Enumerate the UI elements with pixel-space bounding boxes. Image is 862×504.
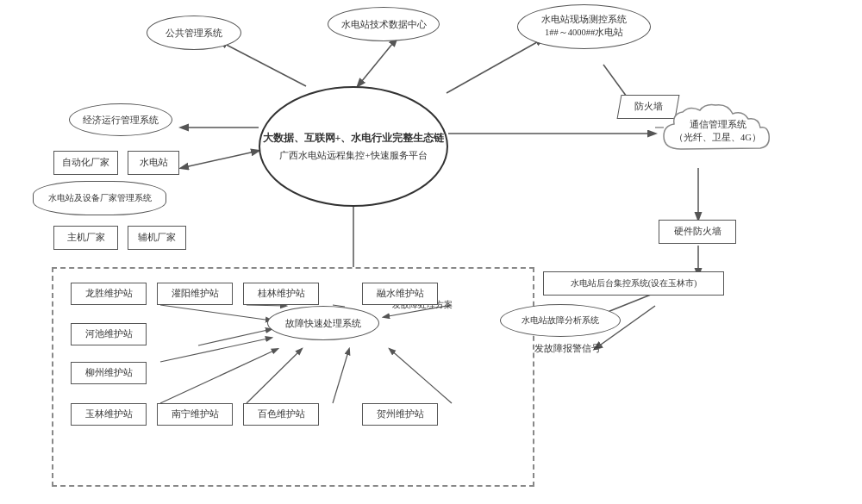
- hepan-node: 河池维护站: [71, 323, 147, 345]
- backend-ctrl-node: 水电站后台集控系统(设在玉林市): [543, 271, 724, 296]
- guilin-node: 桂林维护站: [243, 283, 319, 305]
- main-factory-node: 主机厂家: [53, 226, 118, 250]
- site-monitor-node: 水电站现场测控系统 1##～4000##水电站: [517, 4, 651, 49]
- hydro-station-node: 水电站: [128, 151, 179, 175]
- central-line1: 大数据、互联网+、水电行业完整生态链: [263, 131, 445, 146]
- comm-mgmt-node: 通信管理系统 （光纤、卫星、4G）: [655, 102, 780, 162]
- svg-line-4: [181, 151, 259, 168]
- central-ellipse: 大数据、互联网+、水电行业完整生态链 广西水电站远程集控+快速服务平台: [259, 86, 448, 207]
- public-mgmt-node: 公共管理系统: [147, 16, 241, 50]
- eco-mgmt-node: 经济运行管理系统: [69, 103, 172, 136]
- firewall-hard-node: 硬件防火墙: [659, 220, 736, 244]
- fault-alarm-label: 发故障报警信号: [534, 343, 601, 355]
- svg-line-1: [358, 39, 397, 86]
- svg-line-2: [447, 39, 543, 93]
- hezhou-node: 贺州维护站: [362, 403, 438, 426]
- liuzhou-node: 柳州维护站: [71, 362, 147, 384]
- baise-node: 百色维护站: [243, 403, 319, 426]
- lianyang-node: 灌阳维护站: [157, 283, 233, 305]
- tech-data-center-node: 水电站技术数据中心: [328, 7, 440, 41]
- fault-fast-node: 故障快速处理系统: [267, 306, 379, 340]
- auto-factory-node: 自动化厂家: [53, 151, 118, 175]
- svg-line-0: [220, 41, 306, 86]
- longsheng-node: 龙胜维护站: [71, 283, 147, 305]
- central-line2: 广西水电站远程集控+快速服务平台: [279, 149, 427, 162]
- equipment-mgmt-node: 水电站及设备厂家管理系统: [33, 181, 166, 215]
- rongshui-node: 融水维护站: [362, 283, 438, 305]
- diagram-container: 大数据、互联网+、水电行业完整生态链 广西水电站远程集控+快速服务平台 公共管理…: [0, 0, 862, 504]
- fault-analysis-node: 水电站故障分析系统: [500, 304, 621, 337]
- yulin-node: 玉林维护站: [71, 403, 147, 426]
- nanning-node: 南宁维护站: [157, 403, 233, 426]
- generator-factory-node: 辅机厂家: [128, 226, 186, 250]
